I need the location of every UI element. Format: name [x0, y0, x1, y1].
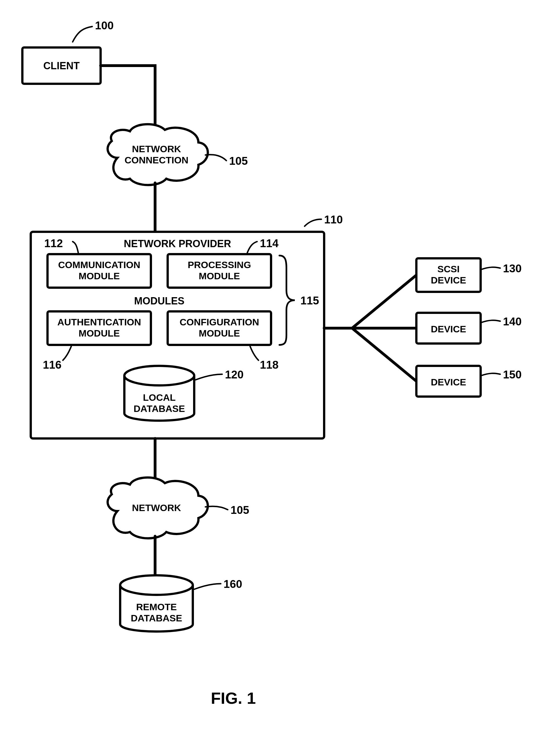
- localdb-line1: LOCAL: [143, 392, 176, 403]
- device2-label: DEVICE: [431, 377, 466, 387]
- remotedb-line2: DATABASE: [131, 613, 182, 623]
- cloud-top-ref: 105: [229, 155, 248, 167]
- auth-module-line1: AUTHENTICATION: [57, 317, 141, 327]
- comm-module-line1: COMMUNICATION: [58, 259, 140, 270]
- auth-ref: 116: [43, 359, 62, 371]
- localdb-ref: 120: [225, 368, 244, 381]
- comm-ref: 112: [44, 237, 63, 249]
- scsi-line1: SCSI: [437, 264, 460, 274]
- config-ref: 118: [260, 359, 279, 371]
- config-module-line2: MODULE: [199, 328, 240, 338]
- config-module-line1: CONFIGURATION: [180, 317, 259, 327]
- cloud-bottom-ref: 105: [231, 504, 249, 516]
- client-leader: [73, 27, 92, 42]
- device1-ref: 140: [503, 315, 522, 328]
- localdb-line2: DATABASE: [133, 403, 185, 414]
- svg-point-0: [124, 366, 194, 385]
- remotedb-line1: REMOTE: [136, 602, 177, 612]
- proc-module-line1: PROCESSING: [188, 259, 251, 270]
- provider-leader: [305, 219, 321, 226]
- client-ref: 100: [95, 19, 114, 32]
- scsi-leader: [481, 267, 500, 269]
- scsi-line2: DEVICE: [431, 275, 466, 285]
- proc-module-line2: MODULE: [199, 271, 240, 281]
- link-to-scsi: [324, 275, 416, 328]
- proc-ref: 114: [260, 237, 279, 249]
- device1-label: DEVICE: [431, 324, 466, 334]
- modules-ref: 115: [300, 294, 319, 307]
- provider-title: NETWORK PROVIDER: [124, 238, 231, 249]
- remotedb-leader: [194, 584, 221, 589]
- client-label: CLIENT: [43, 60, 80, 71]
- cloud-top-line2: CONNECTION: [125, 155, 189, 165]
- modules-label: MODULES: [134, 295, 184, 307]
- diagram: CLIENT 100 NETWORK CONNECTION 105 NETWOR…: [0, 0, 534, 756]
- scsi-ref: 130: [503, 262, 522, 275]
- link-client-cloud: [100, 66, 155, 131]
- link-to-dev2: [352, 328, 416, 381]
- svg-point-1: [120, 575, 193, 595]
- cloud-bottom-label: NETWORK: [132, 502, 181, 513]
- comm-module-line2: MODULE: [78, 271, 120, 281]
- cloud-top-line1: NETWORK: [132, 144, 181, 154]
- device1-leader: [481, 320, 500, 323]
- remotedb-ref: 160: [224, 578, 242, 590]
- auth-module-line2: MODULE: [78, 328, 120, 338]
- device2-ref: 150: [503, 368, 522, 381]
- figure-label: FIG. 1: [211, 689, 256, 707]
- device2-leader: [481, 373, 500, 376]
- provider-ref: 110: [324, 213, 343, 226]
